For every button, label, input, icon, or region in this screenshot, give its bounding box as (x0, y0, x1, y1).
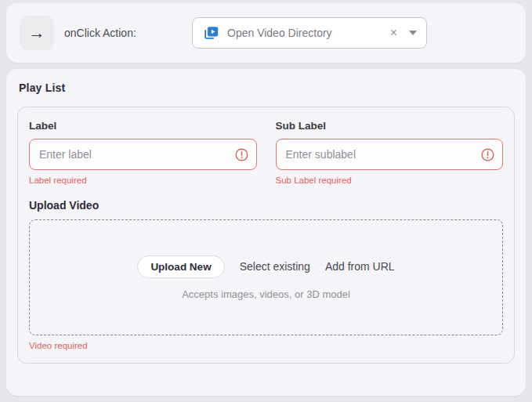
upload-video-label: Upload Video (29, 199, 503, 212)
error-alert-icon (235, 148, 248, 161)
sublabel-input[interactable] (276, 139, 504, 170)
playlist-form-panel: Label Label required Sub Label (17, 107, 515, 364)
sublabel-field-group: Sub Label Sub Label required (276, 120, 504, 185)
onclick-action-label: onClick Action: (64, 27, 136, 39)
chevron-down-icon[interactable] (409, 31, 417, 35)
action-select[interactable]: Open Video Directory × (192, 17, 427, 49)
video-error-text: Video required (29, 341, 503, 350)
onclick-action-bar: → onClick Action: Open Video Directory × (6, 3, 526, 63)
upload-video-section: Upload Video Upload New Select existing … (29, 199, 503, 350)
action-arrow-chip: → (20, 16, 54, 50)
label-input[interactable] (29, 139, 257, 170)
error-alert-icon (481, 148, 494, 161)
playlist-title: Play List (19, 81, 515, 94)
clear-selection-icon[interactable]: × (389, 27, 399, 39)
action-select-value: Open Video Directory (227, 27, 332, 39)
label-error-text: Label required (29, 176, 257, 185)
select-existing-button[interactable]: Select existing (240, 260, 310, 273)
video-dropzone[interactable]: Upload New Select existing Add from URL … (29, 219, 503, 335)
add-from-url-button[interactable]: Add from URL (325, 260, 395, 273)
arrow-right-icon: → (29, 24, 45, 42)
sublabel-error-text: Sub Label required (276, 176, 504, 185)
label-field-group: Label Label required (29, 120, 257, 185)
video-directory-icon (202, 24, 219, 42)
upload-new-button[interactable]: Upload New (137, 255, 224, 278)
label-field-label: Label (29, 120, 257, 132)
sublabel-field-label: Sub Label (276, 120, 504, 132)
playlist-card: Play List Label Label required (6, 69, 526, 396)
dropzone-hint: Accepts images, videos, or 3D model (182, 288, 350, 300)
